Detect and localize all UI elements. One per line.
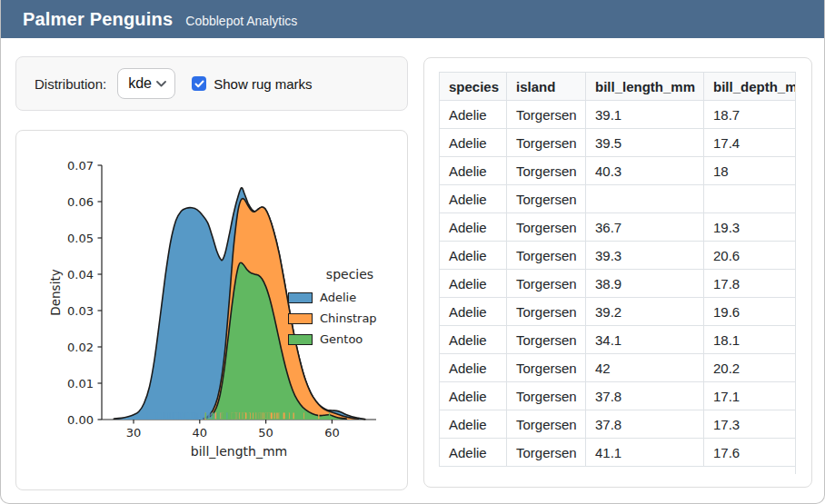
table-cell: Adelie	[440, 270, 507, 298]
table-cell: Torgersen	[507, 270, 586, 298]
legend-swatch-chinstrap	[288, 313, 313, 324]
table-row: AdelieTorgersen39.517.4	[440, 129, 797, 157]
table-cell	[704, 185, 797, 213]
column-header-bill_depth_mm: bill_depth_mm	[704, 73, 797, 101]
legend-label: Gentoo	[320, 332, 363, 346]
table-cell: Torgersen	[507, 213, 586, 242]
table-cell: 18	[704, 157, 797, 185]
table-cell: 17.4	[704, 129, 797, 157]
table-cell: 37.8	[586, 382, 704, 410]
table-cell	[586, 185, 704, 213]
table-cell: Torgersen	[507, 354, 586, 382]
table-row: AdelieTorgersen37.817.1	[440, 382, 797, 410]
table-cell: 20.2	[704, 354, 797, 382]
legend-entry-adelie: Adelie	[285, 287, 414, 308]
svg-text:0.02: 0.02	[67, 341, 94, 354]
table-row: AdelieTorgersen4220.2	[440, 354, 797, 382]
table-cell: Adelie	[440, 326, 507, 354]
rug-checkbox-label: Show rug marks	[214, 76, 312, 92]
svg-text:50: 50	[258, 426, 273, 440]
table-cell: 17.8	[704, 270, 797, 298]
table-cell: Torgersen	[507, 157, 586, 185]
table-cell: 17.3	[704, 410, 797, 439]
table-cell: 39.3	[586, 242, 704, 270]
table-cell: 19.6	[704, 298, 797, 326]
table-cell: Adelie	[440, 382, 507, 410]
app-window: Palmer Penguins Cobblepot Analytics Dist…	[0, 0, 825, 504]
table-cell: Torgersen	[507, 410, 586, 439]
distribution-label: Distribution:	[35, 76, 106, 92]
svg-text:0.01: 0.01	[67, 377, 94, 390]
table-header-row: speciesislandbill_length_mmbill_depth_mm	[440, 73, 797, 101]
table-cell: 19.3	[704, 213, 797, 242]
table-cell: 36.7	[586, 213, 704, 242]
table-cell: Adelie	[440, 242, 507, 270]
table-cell: 39.2	[586, 298, 704, 326]
table-cell: 37.8	[586, 410, 704, 439]
distribution-select-value: kde	[128, 75, 152, 92]
legend-swatch-adelie	[288, 292, 313, 303]
table-cell: 39.1	[586, 101, 704, 129]
table-cell: 18.1	[704, 326, 797, 354]
table-row: AdelieTorgersen34.118.1	[440, 326, 797, 354]
table-row: AdelieTorgersen41.117.6	[440, 439, 797, 467]
table-cell: Adelie	[440, 354, 507, 382]
svg-text:0.00: 0.00	[67, 413, 94, 427]
table-cell: Torgersen	[507, 242, 586, 270]
table-cell: Torgersen	[507, 129, 586, 157]
svg-text:40: 40	[193, 426, 208, 440]
table-cell: 34.1	[586, 326, 704, 354]
table-cell: 41.1	[586, 439, 704, 467]
app-subtitle: Cobblepot Analytics	[185, 11, 297, 28]
table-cell: 20.6	[704, 242, 797, 270]
table-cell: Adelie	[440, 439, 507, 467]
table-cell: Torgersen	[507, 439, 586, 467]
table-cell: 39.5	[586, 129, 704, 157]
app-header: Palmer Penguins Cobblepot Analytics	[1, 0, 824, 38]
table-cell: Adelie	[440, 185, 507, 213]
table-row: AdelieTorgersen39.320.6	[440, 242, 797, 270]
table-cell: Adelie	[440, 101, 507, 129]
table-cell: 38.9	[586, 270, 704, 298]
svg-text:Density: Density	[48, 269, 63, 315]
table-row: AdelieTorgersen39.118.7	[440, 101, 797, 129]
table-cell: Torgersen	[507, 185, 586, 213]
table-cell: 17.1	[704, 382, 797, 410]
svg-text:0.03: 0.03	[67, 304, 94, 318]
table-row: AdelieTorgersen38.917.8	[440, 270, 797, 298]
table-cell: Adelie	[440, 213, 507, 242]
column-header-island: island	[507, 73, 586, 101]
rug-checkbox-group: Show rug marks	[192, 76, 312, 92]
legend-title: species	[285, 267, 414, 282]
column-header-bill_length_mm: bill_length_mm	[586, 73, 704, 101]
legend-label: Chinstrap	[320, 311, 377, 325]
svg-text:bill_length_mm: bill_length_mm	[191, 444, 287, 459]
table-cell: Torgersen	[507, 326, 586, 354]
legend-swatch-gentoo	[288, 334, 313, 345]
legend-entry-chinstrap: Chinstrap	[285, 308, 414, 329]
table-cell: 42	[586, 354, 704, 382]
chart-legend: species Adelie Chinstrap Gentoo	[285, 267, 414, 350]
svg-text:0.06: 0.06	[67, 195, 94, 209]
chart-panel: 0.000.010.020.030.040.050.060.0730405060…	[15, 130, 408, 490]
table-panel: speciesislandbill_length_mmbill_depth_mm…	[423, 57, 812, 488]
table-cell: Adelie	[440, 410, 507, 439]
svg-text:0.04: 0.04	[67, 268, 94, 282]
svg-text:30: 30	[126, 426, 142, 440]
dataframe-viewport: speciesislandbill_length_mmbill_depth_mm…	[439, 72, 796, 474]
distribution-select[interactable]: kde	[117, 68, 175, 99]
legend-label: Adelie	[320, 291, 356, 304]
table-cell: Adelie	[440, 157, 507, 185]
table-cell: Torgersen	[507, 298, 586, 326]
table-row: AdelieTorgersen39.219.6	[440, 298, 797, 326]
legend-entry-gentoo: Gentoo	[285, 329, 414, 350]
column-header-species: species	[440, 73, 507, 101]
table-row: AdelieTorgersen36.719.3	[440, 213, 797, 242]
rug-checkbox[interactable]	[192, 76, 206, 91]
table-cell: Adelie	[440, 129, 507, 157]
svg-text:0.07: 0.07	[67, 159, 94, 173]
chevron-down-icon	[156, 81, 166, 87]
table-row: AdelieTorgersen37.817.3	[440, 410, 797, 439]
table-cell: 17.6	[704, 439, 797, 467]
table-cell: 18.7	[704, 101, 797, 129]
